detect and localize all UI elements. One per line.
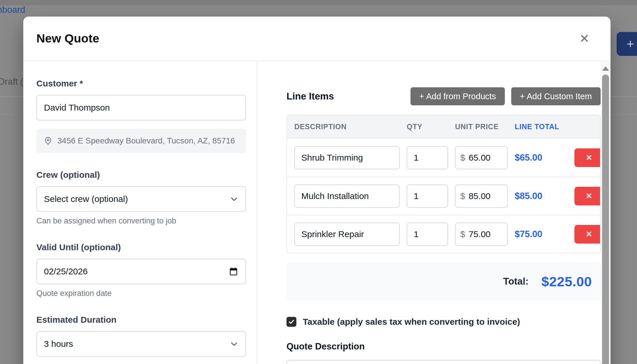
check-icon	[288, 318, 295, 325]
total-value: $225.00	[542, 274, 592, 290]
add-from-products-button[interactable]: + Add from Products	[410, 87, 505, 105]
valid-until-section: Valid Until (optional) 02/25/2026 Quote …	[36, 242, 246, 298]
description-input[interactable]	[294, 146, 400, 169]
chevron-down-icon	[230, 195, 238, 203]
modal-header: New Quote ✕	[23, 17, 611, 61]
unit-price-input[interactable]	[469, 153, 502, 163]
crew-helper-text: Can be assigned when converting to job	[36, 216, 246, 225]
modal-scrollbar[interactable]	[601, 62, 611, 364]
valid-until-helper-text: Quote expiration date	[36, 289, 246, 298]
delete-row-button[interactable]: ✕	[574, 148, 601, 167]
customer-address-text: 3456 E Speedway Boulevard, Tucson, AZ, 8…	[57, 136, 235, 145]
crew-select[interactable]: Select crew (optional)	[36, 186, 246, 212]
line-items-table: Description Qty Unit Price Line Total $ …	[286, 115, 601, 253]
duration-select[interactable]: 3 hours	[36, 331, 246, 357]
line-total-value: $85.00	[515, 191, 573, 201]
currency-prefix: $	[460, 191, 465, 201]
scrollbar-thumb[interactable]	[602, 74, 609, 364]
column-header-unit-price: Unit Price	[455, 122, 515, 131]
location-pin-icon	[43, 136, 53, 145]
valid-until-label: Valid Until (optional)	[36, 242, 246, 252]
calendar-icon[interactable]	[229, 267, 238, 276]
crew-section: Crew (optional) Select crew (optional) C…	[36, 170, 246, 225]
customer-address: 3456 E Speedway Boulevard, Tucson, AZ, 8…	[36, 129, 246, 153]
background-add-button: +	[617, 32, 637, 56]
customer-input[interactable]	[36, 95, 246, 120]
total-summary: Total: $225.00	[286, 262, 601, 301]
unit-price-field[interactable]: $	[455, 184, 508, 208]
line-items-header: Line Items + Add from Products + Add Cus…	[286, 87, 601, 105]
background-top-bar	[0, 0, 637, 5]
description-input[interactable]	[294, 184, 400, 208]
customer-label: Customer *	[36, 79, 246, 88]
delete-row-button[interactable]: ✕	[574, 225, 601, 244]
description-input[interactable]	[294, 223, 400, 246]
add-custom-item-button[interactable]: + Add Custom Item	[511, 87, 601, 105]
modal-title: New Quote	[36, 32, 99, 45]
line-items-actions: + Add from Products + Add Custom Item	[410, 87, 601, 105]
taxable-label: Taxable (apply sales tax when converting…	[303, 317, 520, 327]
column-header-description: Description	[294, 122, 407, 131]
column-header-qty: Qty	[407, 122, 455, 131]
qty-input[interactable]	[407, 146, 448, 169]
table-row: $ $65.00 ✕	[287, 139, 600, 177]
duration-section: Estimated Duration 3 hours	[36, 315, 246, 357]
line-items-column: Line Items + Add from Products + Add Cus…	[257, 61, 611, 364]
total-label: Total:	[503, 276, 528, 287]
unit-price-input[interactable]	[469, 229, 502, 239]
quote-description-heading: Quote Description	[286, 341, 601, 352]
taxable-row: Taxable (apply sales tax when converting…	[286, 317, 601, 327]
quote-description-textarea[interactable]	[286, 360, 601, 364]
line-items-title: Line Items	[286, 91, 334, 102]
delete-row-button[interactable]: ✕	[574, 187, 601, 205]
table-row: $ $85.00 ✕	[287, 177, 600, 215]
duration-select-value: 3 hours	[44, 339, 73, 349]
column-header-line-total: Line Total	[515, 122, 559, 131]
line-total-value: $75.00	[515, 229, 573, 239]
close-icon[interactable]: ✕	[579, 33, 590, 45]
valid-until-value: 02/25/2026	[44, 267, 88, 276]
crew-label: Crew (optional)	[36, 170, 246, 180]
customer-section: Customer * 3456 E Speedway Boulevard, Tu…	[36, 79, 246, 153]
duration-label: Estimated Duration	[36, 315, 246, 325]
unit-price-field[interactable]: $	[455, 146, 508, 169]
currency-prefix: $	[460, 229, 465, 239]
qty-input[interactable]	[407, 223, 448, 246]
new-quote-modal: New Quote ✕ Customer * 3456 E Speedway B…	[23, 17, 611, 364]
qty-input[interactable]	[407, 184, 448, 208]
table-row: $ $75.00 ✕	[287, 215, 600, 253]
unit-price-input[interactable]	[469, 191, 502, 201]
unit-price-field[interactable]: $	[455, 223, 508, 246]
quote-form-column: Customer * 3456 E Speedway Boulevard, Tu…	[23, 61, 257, 364]
background-dashboard-link: nboard	[0, 5, 25, 15]
scrollbar-up-arrow-icon[interactable]	[602, 66, 609, 71]
taxable-checkbox[interactable]	[286, 317, 296, 327]
currency-prefix: $	[460, 153, 465, 163]
modal-body: Customer * 3456 E Speedway Boulevard, Tu…	[23, 61, 611, 364]
crew-select-value: Select crew (optional)	[44, 194, 128, 204]
chevron-down-icon	[230, 340, 238, 348]
table-header-row: Description Qty Unit Price Line Total	[287, 115, 600, 139]
line-total-value: $65.00	[515, 152, 573, 163]
valid-until-input[interactable]: 02/25/2026	[36, 259, 246, 284]
